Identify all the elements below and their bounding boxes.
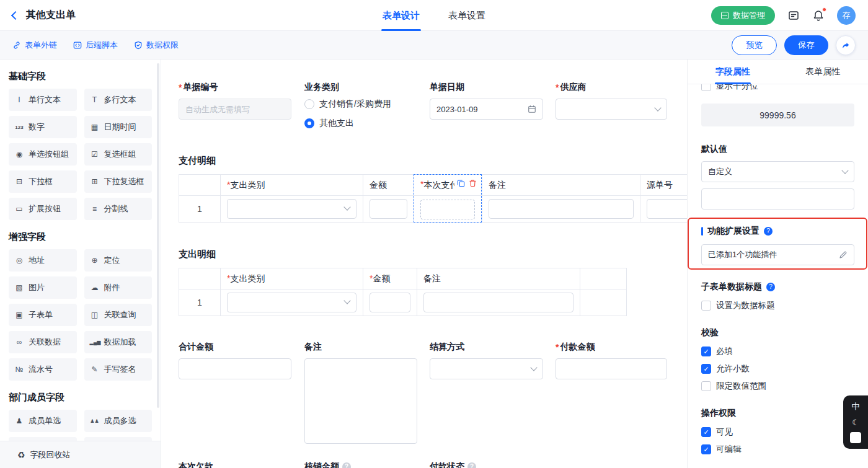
field-remark[interactable]: 备注: [304, 342, 417, 444]
sidebar-item-serial-number[interactable]: №流水号: [9, 358, 77, 381]
sidebar-item-data-load[interactable]: ▂▄▆数据加载: [84, 331, 153, 353]
field-receipt-date[interactable]: 单据日期 2023-01-09: [430, 82, 543, 120]
sidebar-item-checkbox-group[interactable]: ☑复选框组: [84, 143, 153, 166]
receipt-no-input[interactable]: [179, 99, 291, 120]
sidebar-item-divider[interactable]: ≡分割线: [84, 198, 153, 220]
browser-extension-widget[interactable]: 中 ☾: [843, 395, 868, 449]
data-manage-button[interactable]: 数据管理: [711, 6, 775, 25]
help-icon[interactable]: ?: [764, 227, 773, 236]
visible-checkbox[interactable]: ✓ 可见: [701, 426, 854, 438]
form-external-link[interactable]: 表单外链: [12, 40, 57, 51]
column-header-remark[interactable]: 备注: [482, 175, 640, 196]
field-business-category[interactable]: 业务类别 支付销售/采购费用 其他支出: [304, 82, 417, 137]
sidebar-item-number[interactable]: 123数字: [9, 116, 77, 138]
feedback-icon[interactable]: [787, 9, 800, 22]
field-receipt-no[interactable]: *单据编号: [179, 82, 291, 120]
sidebar-item-multi-dropdown[interactable]: ⊞下拉复选框: [84, 170, 153, 193]
sidebar-item-multi-line-text[interactable]: T多行文本: [84, 89, 153, 111]
field-pay-amount[interactable]: *付款金额: [556, 342, 667, 379]
allow-decimal-checkbox[interactable]: ✓ 允许小数: [701, 363, 854, 374]
required-checkbox[interactable]: ✓ 必填: [701, 346, 854, 357]
sidebar-scrollbar[interactable]: [157, 63, 159, 408]
delete-field-icon[interactable]: [469, 179, 477, 187]
field-total-amount[interactable]: 合计金额: [179, 342, 291, 379]
sidebar-item-location[interactable]: ⊕定位: [84, 249, 153, 272]
column-header-remark[interactable]: 备注: [417, 268, 580, 289]
column-header-expense-type[interactable]: *支出类别: [221, 175, 363, 196]
field-current-debt[interactable]: 本次欠款: [179, 461, 213, 468]
help-icon[interactable]: ?: [766, 283, 775, 291]
subform-expense-detail[interactable]: 支出明细 *支出类别 *金额 备注 1: [179, 249, 626, 316]
column-header-amount[interactable]: 金额: [363, 175, 414, 196]
tab-form-design[interactable]: 表单设计: [383, 0, 420, 31]
sidebar-item-attachment[interactable]: ☁附件: [84, 276, 153, 299]
sidebar-item-radio-group[interactable]: ◉单选按钮组: [9, 143, 77, 166]
radio-option-sales-purchase[interactable]: 支付销售/采购费用: [304, 99, 417, 110]
sidebar-item-member-multi[interactable]: ♟♟成员多选: [84, 410, 153, 432]
back-button[interactable]: [12, 12, 19, 19]
total-amount-input[interactable]: [179, 358, 291, 379]
column-header-source-no[interactable]: 源单号: [640, 175, 688, 196]
column-header-expense-type[interactable]: *支出类别: [221, 268, 363, 289]
source-no-input[interactable]: [647, 199, 687, 219]
data-permission-link[interactable]: 数据权限: [134, 40, 179, 51]
checkbox-checked-icon: ✓: [701, 364, 711, 374]
remark-input[interactable]: [489, 199, 634, 219]
field-recycle-bin[interactable]: ♻ 字段回收站: [0, 441, 161, 468]
sidebar-item-address[interactable]: ◎地址: [9, 249, 77, 272]
sidebar-item-single-line-text[interactable]: I单行文本: [9, 89, 77, 111]
tab-field-properties[interactable]: 字段属性: [688, 60, 778, 84]
sidebar-item-image[interactable]: ▧图片: [9, 276, 77, 299]
column-header-amount[interactable]: *金额: [363, 268, 417, 289]
field-supplier[interactable]: *供应商: [556, 82, 667, 120]
current-payment-cell[interactable]: [414, 196, 482, 223]
amount-input[interactable]: [370, 199, 407, 219]
field-settlement-method[interactable]: 结算方式: [430, 342, 543, 379]
sidebar-item-member-single[interactable]: ♟成员单选: [9, 410, 77, 432]
field-pay-status[interactable]: 付款状态?: [430, 461, 476, 468]
linked-data-icon: ∞: [14, 338, 24, 347]
default-value-input[interactable]: [701, 188, 854, 210]
notification-bell-icon[interactable]: [812, 9, 825, 22]
sidebar-item-linked-data[interactable]: ∞关联数据: [9, 331, 77, 353]
tab-form-settings[interactable]: 表单设置: [448, 0, 485, 31]
settlement-select[interactable]: [430, 358, 543, 379]
save-button[interactable]: 保存: [784, 35, 828, 55]
translate-lang-icon[interactable]: 中: [852, 401, 860, 412]
default-value-select[interactable]: 自定义: [701, 161, 854, 182]
set-data-title-checkbox[interactable]: 设置为数据标题: [701, 300, 854, 311]
sidebar-item-datetime[interactable]: ▦日期时间: [84, 116, 153, 138]
backend-script-link[interactable]: 后端脚本: [73, 40, 118, 51]
supplier-select[interactable]: [556, 99, 667, 120]
limit-range-checkbox[interactable]: 限定数值范围: [701, 381, 854, 392]
extension-plugin-box[interactable]: 已添加1个功能插件: [701, 244, 854, 265]
sidebar-item-dropdown[interactable]: ⊟下拉框: [9, 170, 77, 193]
remark-textarea[interactable]: [304, 358, 417, 444]
user-avatar[interactable]: 存: [837, 6, 856, 25]
sidebar-item-linked-query[interactable]: ◫关联查询: [84, 304, 153, 326]
expense-type-select[interactable]: [227, 199, 356, 219]
pay-amount-input[interactable]: [556, 358, 667, 379]
subform-title: 支付明细: [179, 155, 687, 167]
tab-form-properties[interactable]: 表单属性: [778, 60, 868, 84]
field-writeoff-amount[interactable]: 核销金额?: [304, 461, 351, 468]
form-canvas[interactable]: *单据编号 业务类别 支付销售/采购费用 其他支出 单据日期 2023-01-0…: [161, 60, 687, 468]
preview-button[interactable]: 预览: [732, 35, 777, 55]
subform-payment-detail[interactable]: 支付明细 *支出类别 金额 *本次支付 备注 源单号 1: [179, 155, 687, 223]
sidebar-item-signature[interactable]: ✎手写签名: [84, 358, 153, 381]
editable-checkbox[interactable]: ✓ 可编辑: [701, 444, 854, 455]
extension-logo-icon[interactable]: [850, 432, 861, 443]
sidebar-item-extend-button[interactable]: ▭扩展按钮: [9, 198, 77, 220]
expense-type-select[interactable]: [227, 293, 356, 312]
date-input[interactable]: 2023-01-09: [430, 99, 543, 120]
radio-option-other-expense[interactable]: 其他支出: [304, 118, 417, 129]
expense-table: *支出类别 *金额 备注 1: [179, 268, 626, 316]
image-icon: ▧: [14, 283, 24, 292]
sidebar-item-subform[interactable]: ▣子表单: [9, 304, 77, 326]
moon-icon[interactable]: ☾: [852, 418, 859, 426]
share-button[interactable]: [836, 35, 856, 55]
thousands-separator-checkbox[interactable]: 显示千分位: [701, 84, 854, 92]
copy-field-icon[interactable]: [457, 179, 465, 187]
remark-input[interactable]: [423, 293, 574, 312]
amount-input[interactable]: [370, 293, 410, 312]
